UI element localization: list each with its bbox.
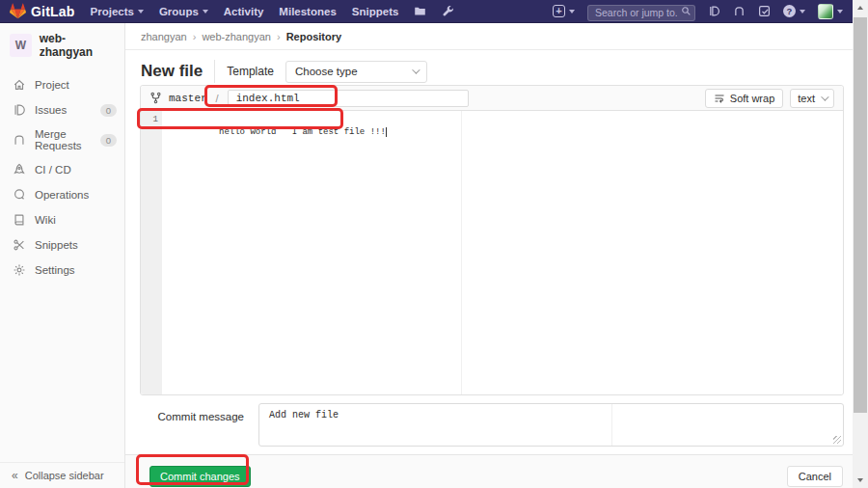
- message-length-guide: [611, 404, 612, 446]
- sidebar-item-label: Wiki: [35, 214, 56, 226]
- caret-down-icon: [837, 10, 843, 14]
- tanuki-icon: [10, 3, 26, 19]
- page-header: New file Template Choose type: [141, 60, 427, 83]
- sidebar-item-label: Merge Requests: [35, 128, 92, 151]
- breadcrumb-project[interactable]: web-zhangyan: [202, 31, 271, 42]
- caret-down-icon: [569, 10, 575, 14]
- collapse-sidebar-button[interactable]: « Collapse sidebar: [0, 462, 124, 488]
- snippets-icon: [13, 238, 26, 252]
- scrollbar-thumb[interactable]: [854, 17, 867, 413]
- sidebar-item-project[interactable]: Project: [0, 72, 124, 97]
- issues-count-badge: 0: [100, 104, 117, 117]
- nav-projects[interactable]: Projects: [91, 6, 144, 17]
- cancel-button[interactable]: Cancel: [787, 466, 843, 487]
- help-dropdown[interactable]: ?: [783, 5, 805, 17]
- page-title: New file: [141, 62, 203, 81]
- user-avatar: [818, 4, 833, 19]
- sidebar-item-snippets[interactable]: Snippets: [0, 232, 124, 258]
- main-content: zhangyan › web-zhangyan › Repository New…: [125, 23, 853, 488]
- sidebar-item-label: Operations: [35, 189, 89, 201]
- search-input[interactable]: [587, 5, 695, 21]
- commit-message-textarea[interactable]: Add new file: [258, 403, 844, 447]
- commit-message-value: Add new file: [269, 410, 339, 420]
- chevron-down-icon: [821, 93, 828, 100]
- syntax-mode-value: text: [798, 93, 815, 104]
- project-name: web-zhangyan: [40, 32, 115, 59]
- issues-icon[interactable]: [708, 5, 720, 17]
- files-folder-icon[interactable]: [414, 5, 426, 17]
- divider: [214, 60, 215, 83]
- sidebar-item-ci-cd[interactable]: CI / CD: [0, 157, 124, 182]
- sidebar-item-wiki[interactable]: Wiki: [0, 207, 124, 232]
- caret-down-icon: [800, 10, 805, 14]
- file-editor-toolbar: master / Soft wrap text: [141, 86, 843, 111]
- help-icon: ?: [783, 5, 796, 17]
- template-type-value: Choose type: [295, 66, 358, 77]
- syntax-mode-select[interactable]: text: [790, 89, 834, 108]
- new-dropdown[interactable]: +: [553, 5, 575, 17]
- commit-section: Commit message Add new file: [125, 395, 853, 454]
- breadcrumb-current: Repository: [286, 31, 341, 42]
- sidebar-item-label: Settings: [35, 264, 75, 276]
- scroll-down-arrow[interactable]: [853, 473, 868, 488]
- project-context-header[interactable]: W web-zhangyan: [0, 23, 124, 67]
- user-menu[interactable]: [818, 4, 843, 19]
- print-margin-line: [461, 111, 462, 394]
- scroll-up-arrow[interactable]: [853, 0, 868, 15]
- sidebar-item-label: Project: [35, 79, 69, 91]
- sidebar-item-operations[interactable]: Operations: [0, 182, 124, 207]
- nav-snippets[interactable]: Snippets: [352, 6, 399, 17]
- issues-icon: [13, 103, 26, 117]
- plus-icon: +: [553, 5, 565, 17]
- settings-gear-icon: [13, 263, 26, 277]
- sidebar-nav: Project Issues 0 Merge Requests 0 CI / C…: [0, 72, 124, 283]
- admin-wrench-icon[interactable]: [442, 5, 454, 17]
- collapse-label: Collapse sidebar: [25, 470, 104, 481]
- breadcrumb-separator: ›: [277, 31, 281, 42]
- sidebar-item-label: Issues: [35, 104, 67, 116]
- file-name-input[interactable]: [228, 90, 469, 107]
- resize-handle[interactable]: [833, 436, 841, 444]
- breadcrumb-separator: ›: [193, 31, 197, 42]
- nav-milestones[interactable]: Milestones: [279, 6, 336, 17]
- rocket-icon: [13, 163, 26, 176]
- breadcrumb-group[interactable]: zhangyan: [141, 31, 187, 42]
- sidebar-item-label: Snippets: [35, 239, 78, 251]
- code-line: hello world I am test file !!!: [219, 127, 386, 137]
- todos-icon[interactable]: [758, 5, 771, 17]
- path-separator: /: [216, 93, 219, 104]
- nav-groups[interactable]: Groups: [159, 6, 208, 17]
- sidebar-item-label: CI / CD: [35, 164, 71, 176]
- breadcrumb: zhangyan › web-zhangyan › Repository: [125, 23, 853, 50]
- chevron-down-icon: [412, 66, 420, 73]
- branch-name: master: [169, 93, 207, 104]
- code-editor[interactable]: 1 hello world I am test file !!!: [141, 111, 843, 394]
- gitlab-new-file-page: GitLab Projects Groups Activity Mileston…: [0, 0, 868, 488]
- template-label: Template: [227, 65, 274, 78]
- commit-message-label: Commit message: [125, 411, 244, 422]
- project-avatar: W: [10, 34, 32, 57]
- caret-down-icon: [203, 10, 208, 14]
- top-navbar: GitLab Projects Groups Activity Mileston…: [0, 0, 853, 23]
- search-icon: [681, 6, 692, 16]
- soft-wrap-button[interactable]: Soft wrap: [705, 89, 783, 108]
- template-type-select[interactable]: Choose type: [285, 61, 427, 83]
- commit-changes-button[interactable]: Commit changes: [149, 466, 251, 487]
- navbar-right: + ?: [553, 3, 843, 19]
- merge-request-icon: [13, 133, 26, 147]
- brand-name: GitLab: [31, 4, 75, 19]
- text-cursor: [386, 127, 387, 137]
- nav-activity[interactable]: Activity: [224, 6, 264, 17]
- gitlab-logo[interactable]: GitLab: [10, 3, 75, 19]
- vertical-scrollbar[interactable]: [853, 0, 868, 488]
- collapse-icon: «: [12, 469, 18, 482]
- editor-content[interactable]: hello world I am test file !!!: [162, 111, 843, 394]
- sidebar-item-issues[interactable]: Issues 0: [0, 97, 124, 122]
- form-actions-bar: Commit changes Cancel: [125, 454, 853, 488]
- main-nav: Projects Groups Activity Milestones Snip…: [91, 5, 455, 17]
- merge-requests-count-badge: 0: [100, 134, 117, 147]
- sidebar-item-merge-requests[interactable]: Merge Requests 0: [0, 122, 124, 157]
- caret-down-icon: [138, 10, 144, 14]
- merge-request-icon[interactable]: [733, 5, 746, 17]
- sidebar-item-settings[interactable]: Settings: [0, 258, 124, 283]
